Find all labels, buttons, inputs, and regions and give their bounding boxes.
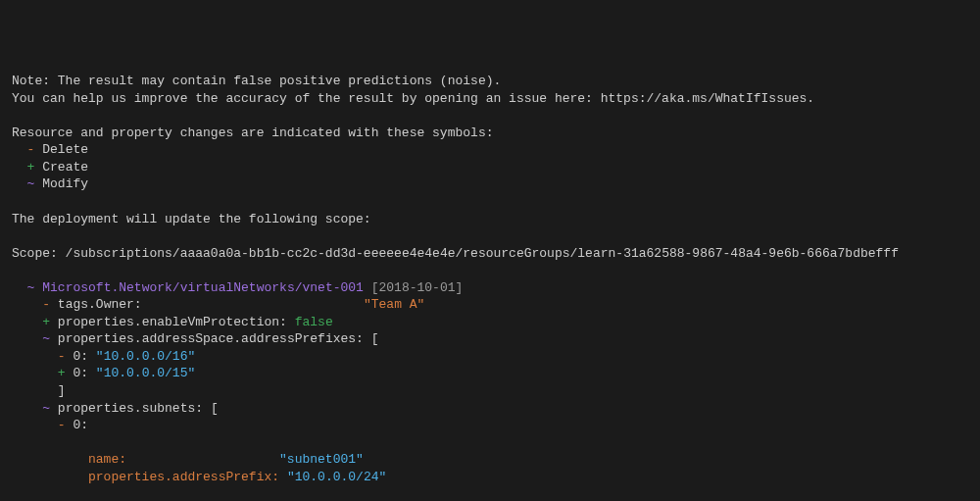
modify-label: Modify xyxy=(42,176,88,191)
enable-vm-value: false xyxy=(295,315,333,329)
note-line2: You can help us improve the accuracy of … xyxy=(12,91,814,106)
tags-owner-name: tags.Owner: xyxy=(58,297,142,312)
prefix0-del-value: "10.0.0.0/16" xyxy=(96,349,195,364)
prefix0-add-sym: + xyxy=(58,366,66,380)
symbols-intro: Resource and property changes are indica… xyxy=(12,125,493,140)
delete-symbol: - xyxy=(27,142,35,157)
scope-prefix: Scope: /subscriptions/ xyxy=(12,246,180,261)
tags-owner-value: "Team A" xyxy=(364,297,424,312)
addr-prefixes-close: ] xyxy=(58,383,66,398)
resource-modify-symbol: ~ xyxy=(27,280,35,295)
prefix0-del-idx: 0: xyxy=(73,349,88,364)
subnets-name: properties.subnets: xyxy=(58,401,203,416)
addr-prefixes-open: [ xyxy=(371,331,379,346)
create-label: Create xyxy=(42,160,88,175)
create-symbol: + xyxy=(27,160,35,175)
subnet-name-label: name: xyxy=(88,452,126,467)
subnet0-idx: 0: xyxy=(73,418,88,432)
scope-suffix: /resourceGroups/learn-31a62588-9867-48a4… xyxy=(456,246,899,261)
note-line1: Note: The result may contain false posit… xyxy=(12,74,501,88)
delete-label: Delete xyxy=(42,142,88,157)
prefix0-del-sym: - xyxy=(58,349,66,364)
subnets-open: [ xyxy=(211,401,219,416)
subnet-prefix-value: "10.0.0.0/24" xyxy=(287,470,386,484)
scope-intro: The deployment will update the following… xyxy=(12,212,371,226)
subnets-sym: ~ xyxy=(42,401,50,416)
resource-api-version: [2018-10-01] xyxy=(371,280,464,295)
resource-path: Microsoft.Network/virtualNetworks/vnet-0… xyxy=(42,280,364,295)
prefix0-add-idx: 0: xyxy=(73,366,88,380)
enable-vm-name: properties.enableVmProtection: xyxy=(58,315,287,329)
terminal-output: Note: The result may contain false posit… xyxy=(12,73,968,501)
enable-vm-sym: + xyxy=(42,315,50,329)
addr-prefixes-name: properties.addressSpace.addressPrefixes: xyxy=(58,331,364,346)
tags-owner-sym: - xyxy=(42,297,50,312)
modify-symbol: ~ xyxy=(27,176,35,191)
subnet-prefix-label: properties.addressPrefix: xyxy=(88,470,279,484)
prefix0-add-value: "10.0.0.0/15" xyxy=(96,366,195,380)
scope-subscription-id: aaaa0a0a-bb1b-cc2c-dd3d-eeeeee4e4e4e xyxy=(180,246,456,261)
addr-prefixes-sym: ~ xyxy=(42,331,50,346)
subnet0-sym: - xyxy=(58,418,66,432)
subnet-name-value: "subnet001" xyxy=(279,452,364,467)
